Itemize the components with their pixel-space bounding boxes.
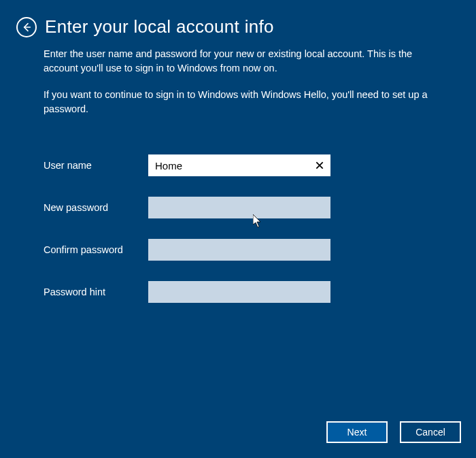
password-hint-row: Password hint — [44, 281, 476, 303]
form: User name New password Confirm password … — [0, 129, 476, 303]
description: Enter the user name and password for you… — [0, 37, 476, 116]
close-icon — [315, 161, 324, 170]
password-hint-input-wrap — [148, 281, 330, 303]
description-line-1: Enter the user name and password for you… — [44, 47, 449, 76]
next-button[interactable]: Next — [326, 421, 388, 443]
new-password-row: New password — [44, 197, 476, 218]
arrow-left-icon — [21, 22, 32, 33]
username-label: User name — [44, 160, 148, 171]
page-title: Enter your local account info — [45, 16, 274, 37]
confirm-password-input-wrap — [148, 239, 330, 261]
back-button[interactable] — [16, 17, 37, 37]
header: Enter your local account info — [0, 0, 476, 37]
confirm-password-row: Confirm password — [44, 239, 476, 261]
clear-username-button[interactable] — [313, 159, 326, 172]
footer: Next Cancel — [326, 421, 461, 443]
username-input-wrap — [148, 154, 330, 176]
description-line-2: If you want to continue to sign in to Wi… — [44, 88, 449, 116]
password-hint-input[interactable] — [148, 281, 330, 303]
new-password-label: New password — [44, 202, 148, 213]
password-hint-label: Password hint — [44, 287, 148, 297]
new-password-input-wrap — [148, 197, 330, 218]
confirm-password-label: Confirm password — [44, 244, 148, 255]
new-password-input[interactable] — [148, 197, 330, 218]
cancel-button[interactable]: Cancel — [400, 421, 461, 443]
username-row: User name — [44, 154, 476, 176]
confirm-password-input[interactable] — [148, 239, 330, 261]
username-input[interactable] — [148, 154, 330, 176]
